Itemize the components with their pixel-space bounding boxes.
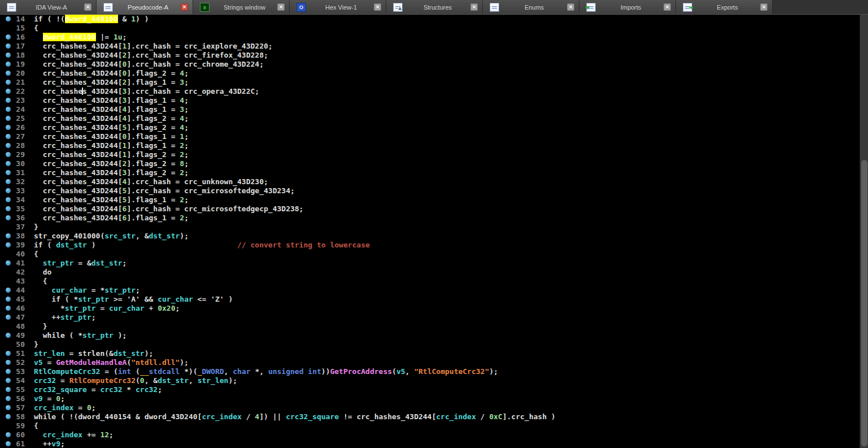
breakpoint-dot[interactable] [6,297,11,302]
breakpoint-dot[interactable] [6,16,11,21]
gutter: 50 [0,340,34,349]
breakpoint-dot[interactable] [6,378,11,383]
breakpoint-dot[interactable] [6,161,11,166]
breakpoint-dot[interactable] [6,188,11,193]
breakpoint-dot[interactable] [6,242,11,247]
code-token: 0 [87,403,91,412]
breakpoint-dot[interactable] [6,179,11,184]
code-line: 60 crc_index += 12; [0,430,860,440]
code-token: ].flags_1 = [127,132,180,141]
breakpoint-dot[interactable] [6,44,11,49]
breakpoint-dot[interactable] [6,143,11,148]
code-token: ].flags_2 = [127,114,180,123]
breakpoint-dot[interactable] [6,441,11,446]
scrollbar-thumb[interactable] [861,160,867,446]
tab-imports[interactable]: Imports✕ [579,0,676,14]
code-token: ; [60,440,65,448]
breakpoint-dot[interactable] [6,387,11,392]
breakpoint-dot[interactable] [6,34,11,40]
breakpoint-dot[interactable] [6,360,11,365]
breakpoint-dot[interactable] [6,405,11,410]
breakpoint-dot[interactable] [6,351,11,356]
breakpoint-dot[interactable] [6,215,11,220]
breakpoint-dot[interactable] [6,53,11,58]
breakpoint-dot[interactable] [6,206,11,211]
breakpoint-dot[interactable] [6,260,11,266]
breakpoint-dot[interactable] [6,333,11,338]
tab-ida-view-a[interactable]: IDA View-A✕ [0,0,97,14]
breakpoint-dot[interactable] [6,315,11,320]
code-text: str_copy_401000(src_str, &dst_str); [34,232,860,241]
code-token: crc32_square [286,412,339,421]
close-icon[interactable]: ✕ [181,3,188,11]
tab-exports[interactable]: Exports✕ [676,0,773,14]
code-token: ; [184,78,189,86]
code-line: 50} [0,340,860,349]
code-token: ].crc_hash = crc_microsoftedgecp_43D238; [127,205,303,213]
tab-hex-view-1[interactable]: Hex View-1✕ [290,0,386,14]
code-area[interactable]: 14if ( !(dword_440100 & 1) )15{16 dword_… [0,15,860,448]
breakpoint-dot[interactable] [6,152,11,157]
breakpoint-dot[interactable] [6,98,11,103]
breakpoint-dot[interactable] [6,306,11,311]
breakpoint-dot[interactable] [6,369,11,374]
code-token: { [34,24,38,32]
gutter: 41 [0,259,34,268]
breakpoint-dot[interactable] [6,432,11,437]
code-text: str_len = strlen(&dst_str); [34,349,860,358]
code-line: 59{ [0,421,860,430]
breakpoint-dot[interactable] [6,107,11,112]
code-text: crc32_square = crc32 * crc32; [34,385,860,394]
code-token: * [34,304,65,312]
breakpoint-dot[interactable] [6,134,11,139]
breakpoint-dot[interactable] [6,197,11,202]
vertical-scrollbar[interactable] [860,15,868,448]
breakpoint-dot[interactable] [6,80,11,85]
line-number: 49 [0,331,25,340]
code-token: ( [131,367,140,376]
breakpoint-dot[interactable] [6,62,11,67]
close-icon[interactable]: ✕ [470,3,478,11]
code-text: crc_hashes_43D244[0].flags_2 = 4; [34,69,860,78]
close-icon[interactable]: ✕ [760,3,767,11]
breakpoint-dot[interactable] [6,125,11,130]
close-icon[interactable]: ✕ [664,3,671,11]
tab-label: IDA View-A [19,4,84,11]
code-text: crc_index += 12; [34,430,860,440]
code-token: ; [184,150,189,159]
code-line: 44 cur_char = *str_ptr; [0,286,860,295]
close-icon[interactable]: ✕ [374,3,381,11]
code-text: crc_hashes_43D244[2].crc_hash = crc_fire… [34,51,860,60]
gutter: 59 [0,421,34,430]
breakpoint-dot[interactable] [6,414,11,419]
tab-strings-window[interactable]: Strings window✕ [193,0,290,14]
close-icon[interactable]: ✕ [277,3,285,11]
code-line: 32 crc_hashes_43D244[4].crc_hash = crc_u… [0,177,860,186]
tab-structures[interactable]: Structures✕ [386,0,483,14]
code-line: 54crc32 = RtlComputeCrc32(0, &dst_str, s… [0,376,860,385]
code-token: crc32 [136,385,158,394]
breakpoint-dot[interactable] [6,233,11,238]
breakpoint-dot[interactable] [6,288,11,293]
code-token: crc_hashes_43D244[ [34,60,123,68]
breakpoint-dot[interactable] [6,116,11,121]
line-number: 61 [0,440,25,448]
close-icon[interactable]: ✕ [84,3,91,11]
tab-pseudocode-a[interactable]: Pseudocode-A✕ [97,0,193,14]
breakpoint-dot[interactable] [6,71,11,76]
code-line: 20 crc_hashes_43D244[0].flags_2 = 4; [0,69,860,78]
breakpoint-dot[interactable] [6,170,11,175]
close-icon[interactable]: ✕ [567,3,574,11]
code-token: ].crc_hash = crc_microsoftedge_43D234; [127,186,294,195]
pseudocode-view[interactable]: 14if ( !(dword_440100 & 1) )15{16 dword_… [0,15,868,448]
gutter: 27 [0,132,34,141]
code-token: ; [184,69,189,77]
tab-enums[interactable]: Enums✕ [483,0,579,14]
code-token: 2 [180,195,184,204]
code-line: 23 crc_hashes_43D244[3].flags_1 = 4; [0,96,860,105]
code-token: = [96,304,109,312]
breakpoint-dot[interactable] [6,396,11,401]
breakpoint-dot[interactable] [6,89,11,94]
code-token: 2 [180,141,184,150]
line-number: 55 [0,385,25,394]
